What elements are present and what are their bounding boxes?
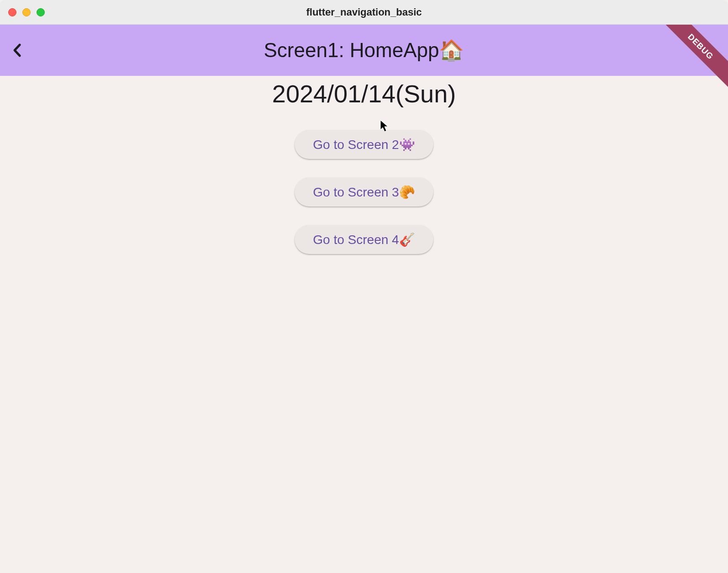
window-title: flutter_navigation_basic xyxy=(0,6,728,18)
maximize-window-button[interactable] xyxy=(37,8,45,16)
date-text: 2024/01/14(Sun) xyxy=(272,80,456,108)
button-label: Go to Screen 3🥐 xyxy=(313,185,415,200)
go-to-screen-4-button[interactable]: Go to Screen 4🎸 xyxy=(295,225,433,254)
back-button[interactable] xyxy=(4,37,31,64)
app-window: flutter_navigation_basic Screen1: HomeAp… xyxy=(0,0,728,573)
go-to-screen-3-button[interactable]: Go to Screen 3🥐 xyxy=(295,177,433,207)
appbar-title: Screen1: HomeApp🏠 xyxy=(0,38,728,62)
titlebar: flutter_navigation_basic xyxy=(0,0,728,25)
app-bar: Screen1: HomeApp🏠 xyxy=(0,25,728,76)
button-label: Go to Screen 2👾 xyxy=(313,137,415,152)
go-to-screen-2-button[interactable]: Go to Screen 2👾 xyxy=(295,130,433,159)
close-window-button[interactable] xyxy=(8,8,16,16)
button-label: Go to Screen 4🎸 xyxy=(313,232,415,247)
minimize-window-button[interactable] xyxy=(22,8,31,16)
chevron-left-icon xyxy=(9,42,26,58)
content-area: 2024/01/14(Sun) Go to Screen 2👾 Go to Sc… xyxy=(0,76,728,573)
traffic-lights xyxy=(8,8,45,16)
